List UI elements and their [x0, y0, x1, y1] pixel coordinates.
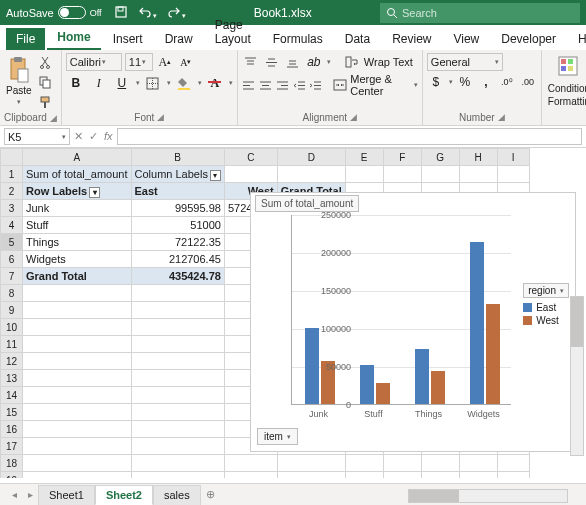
cell-A6[interactable]: Widgets: [23, 251, 132, 268]
cut-icon[interactable]: [37, 53, 55, 71]
increase-indent-icon[interactable]: [309, 76, 323, 94]
cell-B12[interactable]: [131, 353, 224, 370]
cell-F1[interactable]: [383, 166, 421, 183]
cell-B16[interactable]: [131, 421, 224, 438]
align-bottom-icon[interactable]: [284, 53, 302, 71]
cell-A3[interactable]: Junk: [23, 200, 132, 217]
align-right-icon[interactable]: [275, 76, 289, 94]
row-header-13[interactable]: 13: [1, 370, 23, 387]
border-button[interactable]: [143, 73, 163, 93]
col-header-H[interactable]: H: [459, 149, 497, 166]
cell-G1[interactable]: [421, 166, 459, 183]
save-icon[interactable]: [114, 5, 128, 21]
tab-page-layout[interactable]: Page Layout: [205, 14, 261, 50]
cell-A17[interactable]: [23, 438, 132, 455]
row-header-15[interactable]: 15: [1, 404, 23, 421]
cell-B17[interactable]: [131, 438, 224, 455]
sheet-nav-prev[interactable]: ◂: [6, 487, 22, 503]
vertical-scrollbar[interactable]: [570, 296, 584, 456]
font-size-select[interactable]: 11▾: [125, 53, 153, 71]
sheet-tab-sheet2[interactable]: Sheet2: [95, 485, 153, 505]
number-launcher[interactable]: ◢: [498, 112, 505, 122]
alignment-launcher[interactable]: ◢: [350, 112, 357, 122]
bar-West-Things[interactable]: [431, 371, 445, 404]
cell-A8[interactable]: [23, 285, 132, 302]
horizontal-scrollbar[interactable]: [408, 489, 568, 503]
cell-G18[interactable]: [421, 455, 459, 472]
paste-button[interactable]: Paste ▾: [4, 53, 34, 108]
align-middle-icon[interactable]: [263, 53, 281, 71]
cell-A18[interactable]: [23, 455, 132, 472]
comma-format-icon[interactable]: ,: [477, 73, 495, 91]
cell-H1[interactable]: [459, 166, 497, 183]
cancel-icon[interactable]: ✕: [74, 130, 83, 143]
col-header-I[interactable]: I: [497, 149, 529, 166]
cell-B11[interactable]: [131, 336, 224, 353]
cell-H18[interactable]: [459, 455, 497, 472]
row-header-16[interactable]: 16: [1, 421, 23, 438]
enter-icon[interactable]: ✓: [89, 130, 98, 143]
tab-help[interactable]: Help: [568, 28, 586, 50]
cell-B1[interactable]: Column Labels▾: [131, 166, 224, 183]
cell-B7[interactable]: 435424.78: [131, 268, 224, 285]
wrap-text-icon[interactable]: [343, 53, 361, 71]
cell-B2[interactable]: East: [131, 183, 224, 200]
col-header-B[interactable]: B: [131, 149, 224, 166]
fx-icon[interactable]: fx: [104, 130, 113, 143]
cell-A9[interactable]: [23, 302, 132, 319]
cell-I19[interactable]: [497, 472, 529, 479]
cell-B18[interactable]: [131, 455, 224, 472]
row-header-11[interactable]: 11: [1, 336, 23, 353]
tab-developer[interactable]: Developer: [491, 28, 566, 50]
bold-button[interactable]: B: [66, 73, 86, 93]
fill-color-button[interactable]: [174, 73, 194, 93]
conditional-formatting-button[interactable]: Condition Formattin: [546, 53, 586, 109]
cell-A15[interactable]: [23, 404, 132, 421]
cell-B13[interactable]: [131, 370, 224, 387]
cell-A5[interactable]: Things: [23, 234, 132, 251]
cell-I18[interactable]: [497, 455, 529, 472]
legend-item-West[interactable]: West: [523, 315, 569, 326]
tab-insert[interactable]: Insert: [103, 28, 153, 50]
name-box[interactable]: K5▾: [4, 128, 70, 145]
row-header-14[interactable]: 14: [1, 387, 23, 404]
cell-A4[interactable]: Stuff: [23, 217, 132, 234]
row-header-19[interactable]: 19: [1, 472, 23, 479]
tab-review[interactable]: Review: [382, 28, 441, 50]
format-painter-icon[interactable]: [37, 93, 55, 111]
cell-C1[interactable]: [224, 166, 277, 183]
cell-I1[interactable]: [497, 166, 529, 183]
col-header-D[interactable]: D: [277, 149, 345, 166]
cell-A16[interactable]: [23, 421, 132, 438]
cell-A14[interactable]: [23, 387, 132, 404]
row-header-18[interactable]: 18: [1, 455, 23, 472]
cell-E18[interactable]: [345, 455, 383, 472]
tab-formulas[interactable]: Formulas: [263, 28, 333, 50]
cell-D19[interactable]: [277, 472, 345, 479]
clipboard-launcher[interactable]: ◢: [50, 113, 57, 123]
search-input[interactable]: Search: [380, 3, 580, 23]
pivot-dropdown[interactable]: ▾: [89, 187, 100, 198]
orientation-icon[interactable]: ab: [305, 53, 323, 71]
bar-East-Widgets[interactable]: [470, 242, 484, 404]
col-header-C[interactable]: C: [224, 149, 277, 166]
row-header-9[interactable]: 9: [1, 302, 23, 319]
font-color-button[interactable]: A: [205, 73, 225, 93]
col-header-E[interactable]: E: [345, 149, 383, 166]
col-header-A[interactable]: A: [23, 149, 132, 166]
pivot-chart[interactable]: Sum of total_amount 05000010000015000020…: [250, 192, 576, 452]
select-all-corner[interactable]: [1, 149, 23, 166]
cell-B6[interactable]: 212706.45: [131, 251, 224, 268]
row-header-4[interactable]: 4: [1, 217, 23, 234]
cell-B14[interactable]: [131, 387, 224, 404]
cell-B10[interactable]: [131, 319, 224, 336]
bar-East-Things[interactable]: [415, 349, 429, 404]
legend-region-button[interactable]: region▾: [523, 283, 569, 298]
row-header-3[interactable]: 3: [1, 200, 23, 217]
sheet-nav-next[interactable]: ▸: [22, 487, 38, 503]
pivot-item-button[interactable]: item▾: [257, 428, 298, 445]
legend-item-East[interactable]: East: [523, 302, 569, 313]
align-left-icon[interactable]: [242, 76, 256, 94]
cell-A13[interactable]: [23, 370, 132, 387]
underline-button[interactable]: U: [112, 73, 132, 93]
